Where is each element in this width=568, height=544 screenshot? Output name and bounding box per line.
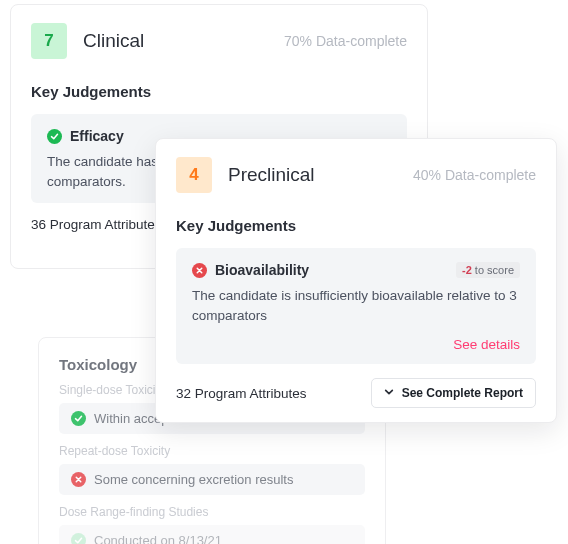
preclinical-score-badge: 4 [176, 157, 212, 193]
clinical-header: 7 Clinical 70% Data-complete [31, 23, 407, 59]
preclinical-card: 4 Preclinical 40% Data-complete Key Judg… [155, 138, 557, 423]
check-icon [71, 411, 86, 426]
tox-value-1: Some concerning excretion results [94, 472, 293, 487]
preclinical-score: 4 [189, 165, 198, 185]
preclinical-judgement-title: Bioavailability [215, 262, 309, 278]
tox-row-1: Some concerning excretion results [59, 464, 365, 495]
score-delta-suffix: to score [472, 264, 514, 276]
see-details-link[interactable]: See details [192, 337, 520, 352]
report-button-label: See Complete Report [402, 386, 523, 400]
preclinical-judgement-body: The candidate is insufficiently bioavail… [192, 286, 520, 325]
score-delta-pill: -2 to score [456, 262, 520, 278]
clinical-judgement-title: Efficacy [70, 128, 124, 144]
preclinical-completeness: 40% Data-complete [413, 167, 536, 183]
preclinical-judgement: Bioavailability -2 to score The candidat… [176, 248, 536, 364]
chevron-down-icon [384, 387, 394, 399]
clinical-score: 7 [44, 31, 53, 51]
tox-label-2: Dose Range-finding Studies [59, 505, 365, 519]
preclinical-section-title: Key Judgements [176, 217, 536, 234]
check-icon [71, 533, 86, 544]
score-delta-value: -2 [462, 264, 472, 276]
cross-icon [71, 472, 86, 487]
clinical-score-badge: 7 [31, 23, 67, 59]
see-complete-report-button[interactable]: See Complete Report [371, 378, 536, 408]
tox-row-2: Conducted on 8/13/21 [59, 525, 365, 544]
preclinical-attributes: 32 Program Attributes [176, 386, 307, 401]
tox-label-1: Repeat-dose Toxicity [59, 444, 365, 458]
preclinical-stage-title: Preclinical [228, 164, 315, 186]
preclinical-header: 4 Preclinical 40% Data-complete [176, 157, 536, 193]
clinical-section-title: Key Judgements [31, 83, 407, 100]
clinical-completeness: 70% Data-complete [284, 33, 407, 49]
cross-icon [192, 263, 207, 278]
check-icon [47, 129, 62, 144]
clinical-stage-title: Clinical [83, 30, 144, 52]
tox-value-2: Conducted on 8/13/21 [94, 533, 222, 544]
